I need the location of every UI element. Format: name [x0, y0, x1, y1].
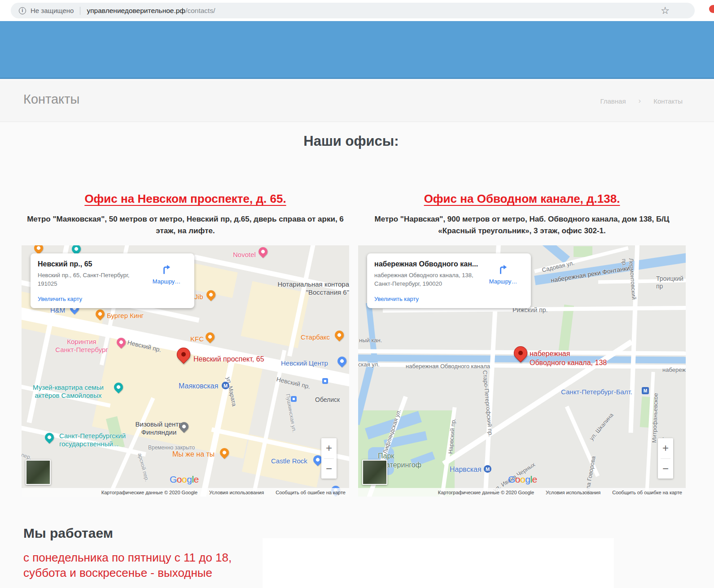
map-label: Визовый центр Финляндии — [135, 420, 183, 437]
browser-toolbar: i Не защищено управлениедоверительное.рф… — [0, 0, 714, 21]
directions-button[interactable]: Маршру… — [481, 263, 526, 285]
zoom-control: + − — [658, 438, 673, 479]
report-error-link[interactable]: Сообщить об ошибке на карте — [276, 490, 346, 495]
zoom-out-button[interactable]: − — [321, 459, 337, 479]
terms-link[interactable]: Условия использования — [546, 490, 600, 495]
map-label: Музей-квартира семьи актёров Самойловых — [24, 383, 112, 400]
directions-label: Маршру… — [489, 278, 517, 285]
map-label: Невский пр. — [276, 375, 311, 391]
page-header: Контакты Главная › Контакты — [0, 80, 714, 122]
report-error-link[interactable]: Сообщить об ошибке на карте — [612, 490, 682, 495]
food-marker-icon[interactable] — [204, 331, 216, 343]
white-panel — [263, 538, 614, 588]
museum-marker-icon[interactable] — [43, 431, 56, 444]
attribution-data: Картографические данные © 2020 Google — [438, 490, 534, 495]
terms-link[interactable]: Условия использования — [209, 490, 264, 495]
shop-marker-icon[interactable] — [336, 355, 348, 367]
map-label: Садовая ул. — [541, 259, 575, 274]
google-logo: Google — [508, 474, 537, 485]
office-nevsky-description: Метро "Маяковская", 50 метров от метро, … — [22, 213, 349, 237]
map-obvodny[interactable]: Садовая ул.набережная реки ФонтанкиЛермо… — [358, 245, 686, 497]
enlarge-map-link[interactable]: Увеличить карту — [374, 296, 419, 302]
hotel-marker-icon[interactable] — [115, 336, 127, 348]
office-obvodny-link[interactable]: Офис на Обводном канале, д.138. — [358, 192, 686, 206]
map-label: Castle Rock — [271, 457, 307, 465]
map-label: Лермонтовский пр. — [620, 258, 638, 310]
directions-icon — [161, 263, 172, 275]
zoom-in-button[interactable]: + — [321, 438, 337, 458]
metro-marker-icon[interactable]: М — [484, 465, 491, 473]
working-hours-line2: суббота и воскресенье - выходные — [23, 566, 212, 580]
bookmark-star-icon[interactable]: ☆ — [661, 5, 670, 17]
map-label: Маяковская — [179, 382, 218, 391]
satellite-toggle-thumbnail[interactable] — [362, 460, 387, 485]
url-text[interactable]: управлениедоверительное.рф/contacts/ — [87, 7, 215, 15]
omnibox-divider — [80, 7, 80, 15]
map-label: Старбакс — [301, 333, 330, 341]
zoom-control: + − — [321, 438, 337, 479]
breadcrumb-home-link[interactable]: Главная — [600, 97, 626, 105]
zoom-in-button[interactable]: + — [658, 438, 673, 458]
bus-marker-icon[interactable] — [322, 378, 328, 384]
map-nevsky[interactable]: NovotelНотариальная контора "Восстания 6… — [22, 245, 349, 497]
map-label: Бургер Кинг — [107, 312, 144, 320]
map-label: Мы же на ты — [172, 450, 215, 459]
url-path: /contacts/ — [185, 7, 215, 14]
extension-icon[interactable] — [709, 5, 714, 13]
directions-icon — [497, 263, 509, 275]
map-label: арской пер. — [136, 453, 150, 482]
metro-marker-icon[interactable]: М — [222, 382, 229, 389]
train-marker-icon[interactable]: М — [642, 387, 649, 394]
satellite-toggle-thumbnail[interactable] — [26, 460, 51, 485]
enlarge-map-link[interactable]: Увеличить карту — [38, 296, 82, 302]
working-hours-line1: с понедельника по пятницу с 11 до 18, — [23, 551, 232, 565]
map-card-title: Невский пр., 65 — [38, 260, 148, 268]
office-nevsky-link[interactable]: Офис на Невском проспекте, д. 65. — [22, 192, 349, 206]
url-host: управлениедоверительное.рф — [87, 7, 185, 14]
map-label: Митрофаньевское ш. — [651, 393, 667, 443]
red-pin-marker-icon[interactable] — [174, 345, 193, 364]
map-label: ул. Марата — [224, 376, 237, 407]
map-info-card: Невский пр., 65 Невский пр., 65, Санкт-П… — [31, 253, 194, 308]
map-label: Троицкий пр — [656, 275, 686, 290]
office-obvodny-description: Метро "Нарвская", 900 метров от метро, Н… — [358, 213, 686, 237]
map-label: Старо-Петергофский пр. — [481, 370, 494, 437]
map-label: набереж — [662, 366, 686, 374]
food-marker-icon[interactable] — [218, 446, 231, 459]
hero-banner — [0, 21, 714, 79]
map-label: ула Говорова — [584, 456, 597, 492]
google-logo: Google — [170, 474, 199, 485]
map-label: Нотариальная контора "Восстания 6" — [262, 280, 349, 297]
food-marker-icon[interactable] — [94, 308, 106, 320]
security-label: Не защищено — [31, 7, 74, 14]
office-block-obvodny: Офис на Обводном канале, д.138. Метро "Н… — [358, 192, 686, 237]
map-card-title: набережная Обводного кан... — [374, 260, 484, 268]
food-marker-icon[interactable] — [333, 329, 346, 341]
map-label: Коринтия Санкт-Петербург — [48, 338, 115, 354]
map-label: Невский пр. — [127, 339, 162, 354]
food-marker-icon[interactable] — [205, 288, 217, 301]
map-label: ская ул. — [358, 361, 380, 368]
map-label: Санкт-Петербург-Балт. — [561, 388, 632, 396]
address-bar[interactable]: i Не защищено управлениедоверительное.рф… — [11, 3, 695, 18]
map-attribution: Картографические данные © 2020 Google Ус… — [358, 488, 686, 497]
map-label: Невский проспект, 65 — [193, 355, 264, 364]
directions-button[interactable]: Маршру… — [144, 263, 189, 285]
hotel-marker-icon[interactable] — [257, 245, 269, 258]
breadcrumb-current: Контакты — [653, 97, 683, 105]
map-label: Санкт-Петербургский государственный... — [59, 432, 126, 449]
zoom-out-button[interactable]: − — [658, 459, 673, 479]
museum-marker-icon[interactable] — [112, 381, 125, 393]
bus-marker-icon[interactable] — [291, 396, 297, 402]
red-pin-marker-icon[interactable] — [511, 344, 530, 362]
directions-label: Маршру… — [153, 278, 180, 285]
map-label: Невский Центр — [281, 359, 328, 367]
map-label: KFC — [190, 335, 204, 343]
map-label: Обелиск — [315, 396, 340, 404]
page-info-icon[interactable]: i — [19, 7, 26, 14]
map-label: набережная Обводного канала — [406, 363, 490, 370]
chevron-right-icon: › — [639, 96, 641, 105]
map-attribution: Картографические данные © 2020 Google Ус… — [22, 488, 349, 497]
breadcrumb: Главная › Контакты — [600, 96, 683, 105]
map-label: ул. Шкапина — [588, 412, 615, 442]
